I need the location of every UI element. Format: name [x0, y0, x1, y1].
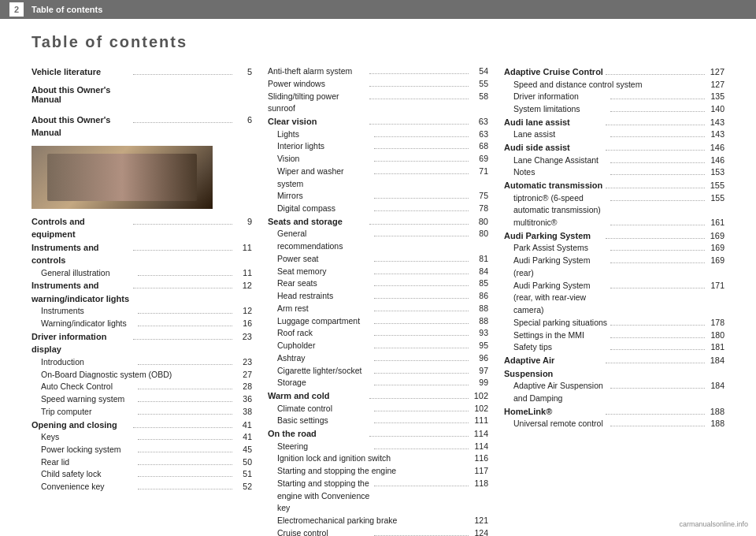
toc-air-suspension: Adaptive Air Suspension 184 [504, 354, 724, 380]
toc-side-assist: Audi side assist 146 [504, 141, 724, 154]
toc-seats-storage: Seats and storage 80 [268, 215, 488, 229]
car-image [32, 146, 213, 209]
toc-warning-lights: Instruments andwarning/indicator lights … [32, 279, 252, 305]
toc-parking-system: Audi Parking System 169 [504, 229, 724, 243]
header-bar: 2 Table of contents [0, 0, 756, 19]
toc-homelink: HomeLink® 188 [504, 405, 724, 419]
page-number: 2 [9, 2, 24, 17]
toc-clear-vision: Clear vision 63 [268, 115, 488, 128]
toc-opening-closing: Opening and closing 41 [32, 419, 252, 432]
toc-adaptive-cruise: Adaptive Cruise Control 127 [504, 65, 724, 79]
toc-warm-cold: Warm and cold 102 [268, 389, 488, 403]
left-column: Vehicle literature 5 About this Owner'sM… [32, 65, 260, 536]
toc-lane-assist: Audi lane assist 143 [504, 116, 724, 129]
watermark: carmanualsonline.info [679, 520, 748, 528]
toc-instruments: Instruments and controls 11 [32, 241, 252, 267]
mid-column: Anti-theft alarm system 54 Power windows… [260, 65, 496, 536]
toc-owners-manual: About this Owner'sManual [32, 85, 252, 114]
toc-label: Vehicle literature [32, 65, 131, 79]
toc-vehicle-literature: Vehicle literature 5 [32, 65, 252, 79]
toc-driver-info: Driver information display 23 [32, 330, 252, 356]
toc-on-road: On the road 114 [268, 427, 488, 441]
toc-controls: Controls and equipment 9 [32, 215, 252, 241]
header-title: Table of contents [32, 5, 102, 14]
right-column: Adaptive Cruise Control 127 Speed and di… [496, 65, 724, 536]
toc-auto-trans: Automatic transmission 155 [504, 179, 724, 192]
main-title: Table of contents [32, 33, 732, 51]
